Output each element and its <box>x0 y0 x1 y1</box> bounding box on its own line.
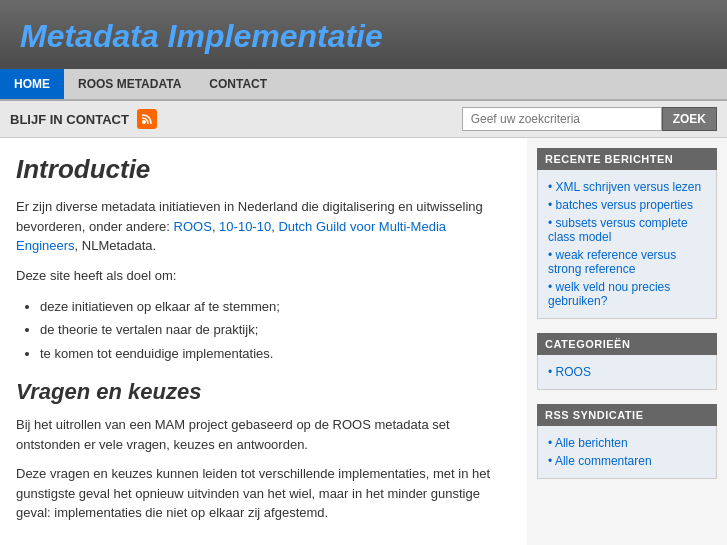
recent-post-link[interactable]: weak reference versus strong reference <box>548 248 676 276</box>
link-10-10-10[interactable]: 10-10-10 <box>219 219 271 234</box>
rss-link[interactable]: Alle berichten <box>555 436 628 450</box>
site-title: Metadata Implementatie <box>20 18 383 54</box>
categories-body: ROOS <box>537 355 717 390</box>
rss-icon[interactable] <box>137 109 157 129</box>
link-roos[interactable]: ROOS <box>174 219 212 234</box>
list-item: XML schrijven versus lezen <box>548 178 706 196</box>
list-item: deze initiatieven op elkaar af te stemme… <box>40 295 511 318</box>
search-input[interactable] <box>462 107 662 131</box>
list-item: weak reference versus strong reference <box>548 246 706 278</box>
toolbar-right: ZOEK <box>462 107 717 131</box>
recent-post-link[interactable]: batches versus properties <box>556 198 693 212</box>
content-area: Introductie Er zijn diverse metadata ini… <box>0 138 527 545</box>
categories-header: CATEGORIEËN <box>537 333 717 355</box>
list-item: welk veld nou precies gebruiken? <box>548 278 706 310</box>
rss-list: Alle berichten Alle commentaren <box>548 434 706 470</box>
categories-list: ROOS <box>548 363 706 381</box>
recent-posts-header: RECENTE BERICHTEN <box>537 148 717 170</box>
rss-header: RSS SYNDICATIE <box>537 404 717 426</box>
stay-in-contact-label: BLIJF IN CONTACT <box>10 112 129 127</box>
list-item: te komen tot eenduidige implementaties. <box>40 342 511 365</box>
section-title: Vragen en keuzes <box>16 379 511 405</box>
recent-posts-body: XML schrijven versus lezen batches versu… <box>537 170 717 319</box>
main-layout: Introductie Er zijn diverse metadata ini… <box>0 138 727 545</box>
categories-widget: CATEGORIEËN ROOS <box>537 333 717 390</box>
list-item: de theorie te vertalen naar de praktijk; <box>40 318 511 341</box>
recent-posts-widget: RECENTE BERICHTEN XML schrijven versus l… <box>537 148 717 319</box>
intro-paragraph-2: Deze site heeft als doel om: <box>16 266 511 286</box>
site-header: Metadata Implementatie <box>0 0 727 69</box>
nav-bar: HOME ROOS METADATA CONTACT <box>0 69 727 101</box>
svg-point-0 <box>142 120 146 124</box>
list-item: Alle commentaren <box>548 452 706 470</box>
rss-body: Alle berichten Alle commentaren <box>537 426 717 479</box>
toolbar: BLIJF IN CONTACT ZOEK <box>0 101 727 138</box>
list-item: Alle berichten <box>548 434 706 452</box>
rss-widget: RSS SYNDICATIE Alle berichten Alle comme… <box>537 404 717 479</box>
intro-list: deze initiatieven op elkaar af te stemme… <box>16 295 511 365</box>
category-link[interactable]: ROOS <box>556 365 591 379</box>
recent-post-link[interactable]: welk veld nou precies gebruiken? <box>548 280 670 308</box>
rss-link[interactable]: Alle commentaren <box>555 454 652 468</box>
section-paragraph-2: Deze vragen en keuzes kunnen leiden tot … <box>16 464 511 523</box>
toolbar-left: BLIJF IN CONTACT <box>10 109 157 129</box>
list-item: batches versus properties <box>548 196 706 214</box>
search-button[interactable]: ZOEK <box>662 107 717 131</box>
list-item: ROOS <box>548 363 706 381</box>
intro-title: Introductie <box>16 154 511 185</box>
list-item: subsets versus complete class model <box>548 214 706 246</box>
recent-post-link[interactable]: subsets versus complete class model <box>548 216 688 244</box>
nav-item-contact[interactable]: CONTACT <box>195 69 281 99</box>
sidebar: RECENTE BERICHTEN XML schrijven versus l… <box>527 138 727 545</box>
section-paragraph-1: Bij het uitrollen van een MAM project ge… <box>16 415 511 454</box>
intro-paragraph-1: Er zijn diverse metadata initiatieven in… <box>16 197 511 256</box>
nav-item-home[interactable]: HOME <box>0 69 64 99</box>
recent-posts-list: XML schrijven versus lezen batches versu… <box>548 178 706 310</box>
recent-post-link[interactable]: XML schrijven versus lezen <box>556 180 702 194</box>
nav-item-roos-metadata[interactable]: ROOS METADATA <box>64 69 195 99</box>
